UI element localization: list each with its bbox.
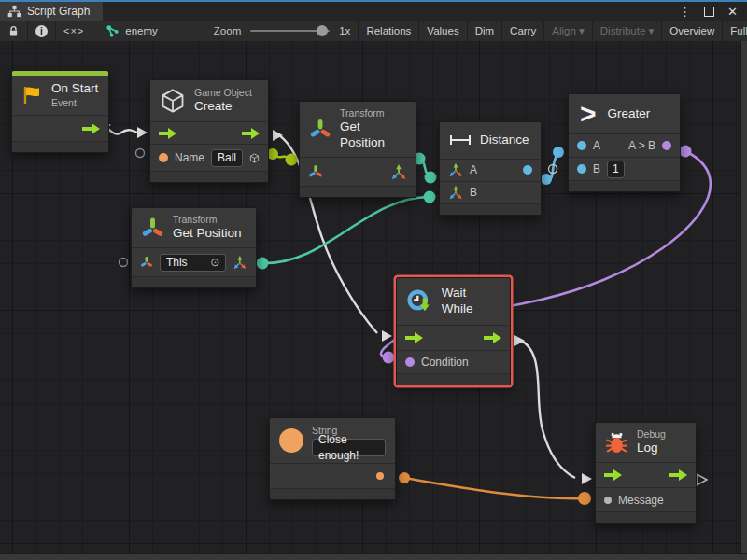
gameobject-output-port[interactable] (249, 150, 260, 166)
output-label: A > B (628, 139, 655, 152)
result-output-port[interactable] (662, 141, 671, 150)
port-label: B (593, 162, 600, 175)
carry-button[interactable]: Carry (502, 21, 544, 41)
graph-context-segment: enemy Zoom 1x (92, 21, 359, 41)
target-field[interactable]: This ⊙ (160, 254, 226, 272)
distance-icon (449, 134, 472, 146)
node-title: Wait While (442, 286, 500, 317)
fullscreen-button[interactable]: Full Screen (723, 21, 747, 41)
flow-input-port[interactable] (159, 128, 176, 139)
flow-input-port[interactable] (405, 332, 423, 343)
window-frame-right (740, 41, 747, 560)
condition-input-port[interactable] (405, 357, 415, 367)
transform-icon (309, 118, 331, 141)
node-create[interactable]: Game Object Create Name Ball (149, 79, 269, 183)
input-port-a[interactable] (577, 141, 586, 150)
flow-output-port[interactable] (82, 123, 100, 134)
align-button[interactable]: Align ▾ (544, 21, 593, 41)
wire-endpoint (257, 258, 269, 270)
wire-waitwhile-to-log[interactable] (515, 338, 575, 478)
zoom-value: 1x (339, 25, 350, 36)
port-label: B (470, 186, 477, 199)
b-value-field[interactable]: 1 (607, 161, 625, 178)
transform-input-port[interactable] (308, 164, 323, 179)
tab-script-graph[interactable]: Script Graph (0, 2, 103, 21)
edit-script-button[interactable]: <×> (56, 21, 92, 41)
node-greater[interactable]: > Greater A A > B B 1 (568, 93, 681, 192)
wire-endpoint (383, 352, 395, 364)
flow-input-port[interactable] (604, 469, 622, 481)
node-footer (440, 203, 541, 215)
unconnected-flow-arrow (697, 474, 707, 485)
wait-clock-icon (406, 287, 433, 315)
button-label: Dim (475, 25, 494, 36)
object-picker-icon[interactable]: ⊙ (210, 255, 219, 271)
vector-input-port-b[interactable] (448, 185, 463, 200)
port-label: A (470, 163, 477, 176)
graph-icon (7, 5, 21, 18)
dim-button[interactable]: Dim (468, 21, 502, 41)
graph-canvas[interactable]: On Start Event Game Object Create Name (0, 41, 741, 554)
wire-getposition2-to-distance-b[interactable] (262, 197, 430, 263)
node-debug-log[interactable]: Debug Log Message (595, 422, 697, 524)
inspect-button[interactable]: i (28, 21, 56, 41)
string-type-icon (279, 428, 303, 453)
node-footer (569, 180, 680, 191)
node-title: Distance (480, 133, 529, 148)
graph-name: enemy (125, 25, 158, 36)
zoom-slider-handle[interactable] (317, 25, 328, 36)
window-controls: ⋮ ✕ (679, 6, 747, 18)
close-icon[interactable]: ✕ (727, 6, 738, 18)
wire-endpoint (425, 172, 437, 184)
node-category: Transform (173, 214, 242, 226)
string-value-field[interactable]: Close enough! (312, 439, 386, 456)
message-input-port[interactable] (604, 497, 612, 504)
flow-output-port[interactable] (242, 128, 260, 139)
node-distance[interactable]: Distance A B (439, 121, 542, 216)
node-category: Transform (340, 107, 406, 119)
flow-output-port[interactable] (484, 332, 501, 343)
graph-asset-icon (106, 24, 120, 38)
window-menu-icon[interactable]: ⋮ (679, 6, 691, 18)
node-string[interactable]: String Close enough! (269, 417, 396, 500)
wire-string-to-message[interactable] (404, 478, 585, 498)
relations-button[interactable]: Relations (359, 21, 419, 41)
wire-endpoint (680, 146, 692, 158)
distance-output-port[interactable] (523, 165, 532, 175)
node-title: On Start (51, 81, 98, 97)
transform-input-port[interactable] (140, 255, 153, 270)
flow-arrowhead (582, 473, 592, 484)
flow-arrowhead (514, 335, 525, 346)
unconnected-port-ring (136, 149, 145, 158)
node-title: Get Position (173, 226, 242, 242)
unconnected-port-ring (120, 259, 128, 267)
overview-button[interactable]: Overview (662, 21, 723, 41)
wire-endpoint (553, 147, 564, 158)
node-get-position-bottom[interactable]: Transform Get Position This ⊙ (131, 207, 257, 288)
lock-button[interactable] (0, 21, 28, 41)
position-output-port[interactable] (233, 254, 247, 271)
maximize-icon[interactable] (704, 7, 714, 17)
node-wait-while[interactable]: Wait While Condition (396, 277, 511, 385)
position-output-port[interactable] (390, 163, 407, 180)
graph-toolbar: i <×> enemy Zoom 1x Relations Values Dim… (0, 21, 747, 41)
target-field-value: This (166, 255, 188, 271)
port-label: A (593, 139, 600, 152)
string-output-port[interactable] (376, 472, 384, 480)
wire-endpoint (399, 472, 410, 483)
zoom-slider[interactable] (250, 30, 330, 32)
distribute-button[interactable]: Distribute ▾ (593, 21, 663, 41)
greater-icon: > (580, 104, 597, 124)
chevron-down-icon: ▾ (649, 24, 655, 37)
input-port-b[interactable] (577, 164, 586, 174)
name-input-port[interactable] (159, 153, 168, 162)
values-button[interactable]: Values (419, 21, 467, 41)
flow-arrowhead (137, 127, 148, 138)
name-field[interactable]: Ball (211, 149, 243, 167)
button-label: Align (552, 25, 576, 36)
flow-output-port[interactable] (669, 469, 687, 481)
node-on-start[interactable]: On Start Event (11, 70, 109, 153)
node-get-position-top[interactable]: Transform Get Position (299, 101, 416, 198)
vector-input-port-a[interactable] (448, 162, 463, 177)
flow-arrowhead (382, 330, 392, 342)
